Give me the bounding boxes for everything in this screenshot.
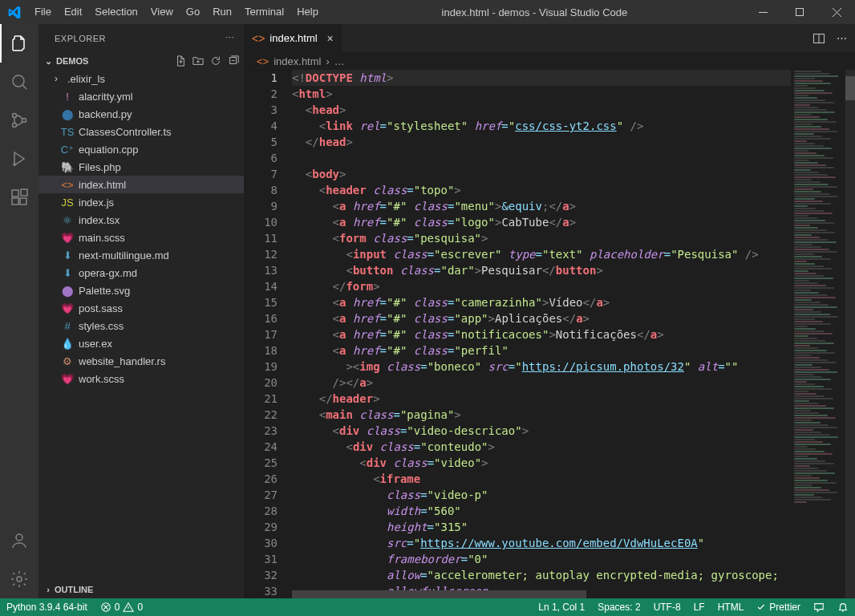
menu-file[interactable]: File bbox=[28, 0, 58, 24]
menu-terminal[interactable]: Terminal bbox=[238, 0, 290, 24]
file-name-label: next-multilingue.md bbox=[79, 249, 169, 261]
split-editor-icon[interactable] bbox=[812, 32, 825, 45]
horizontal-scrollbar[interactable] bbox=[292, 590, 783, 598]
menu-go[interactable]: Go bbox=[180, 0, 206, 24]
file-name-label: website_handler.rs bbox=[79, 355, 165, 367]
activity-explorer[interactable] bbox=[0, 24, 38, 63]
tree-item[interactable]: 💗work.scss bbox=[38, 370, 244, 387]
file-name-label: index.js bbox=[79, 197, 114, 209]
tree-item[interactable]: 💗main.scss bbox=[38, 229, 244, 246]
tree-item[interactable]: C⁺equation.cpp bbox=[38, 140, 244, 158]
menu-edit[interactable]: Edit bbox=[58, 0, 88, 24]
window-title: index.html - demos - Visual Studio Code bbox=[325, 6, 744, 18]
file-name-label: index.tsx bbox=[79, 214, 120, 226]
file-name-label: backend.py bbox=[79, 108, 132, 120]
code-area[interactable]: 1234567891011121314151617181920212223242… bbox=[244, 70, 855, 598]
tree-item[interactable]: ›.elixir_ls bbox=[38, 70, 244, 87]
menu-run[interactable]: Run bbox=[206, 0, 238, 24]
activity-extensions[interactable] bbox=[0, 178, 38, 217]
file-icon: JS bbox=[61, 197, 74, 209]
refresh-icon[interactable] bbox=[210, 55, 221, 67]
editor-actions: ⋯ bbox=[804, 24, 855, 52]
status-python[interactable]: Python 3.9.4 64-bit bbox=[0, 602, 94, 613]
file-icon: 🐘 bbox=[61, 161, 74, 173]
activity-manage[interactable] bbox=[0, 560, 38, 598]
file-icon: 💗 bbox=[61, 302, 74, 314]
minimize-button[interactable] bbox=[744, 0, 781, 24]
file-icon: # bbox=[61, 320, 74, 332]
tree-item[interactable]: ⬇opera-gx.md bbox=[38, 264, 244, 282]
editor-more-icon[interactable]: ⋯ bbox=[837, 32, 847, 44]
svg-rect-7 bbox=[12, 190, 18, 197]
file-icon: ⬤ bbox=[61, 108, 74, 120]
tree-item[interactable]: !alacritty.yml bbox=[38, 87, 244, 105]
project-section-header[interactable]: ⌄ DEMOS bbox=[38, 52, 244, 70]
activity-run[interactable] bbox=[0, 140, 38, 178]
status-eol[interactable]: LF bbox=[687, 602, 711, 613]
menubar: File Edit Selection View Go Run Terminal… bbox=[28, 0, 325, 24]
outline-label: OUTLINE bbox=[55, 585, 93, 594]
menu-help[interactable]: Help bbox=[290, 0, 325, 24]
breadcrumb-file[interactable]: index.html bbox=[274, 55, 321, 67]
tab-index-html[interactable]: <> index.html × bbox=[244, 24, 342, 52]
horizontal-scrollbar-thumb[interactable] bbox=[292, 590, 586, 598]
file-name-label: work.scss bbox=[79, 373, 124, 385]
collapse-all-icon[interactable] bbox=[228, 55, 239, 67]
file-icon: 💗 bbox=[61, 373, 74, 385]
tree-item[interactable]: JSindex.js bbox=[38, 193, 244, 211]
svg-point-11 bbox=[16, 534, 22, 541]
close-button[interactable] bbox=[818, 0, 855, 24]
menu-selection[interactable]: Selection bbox=[88, 0, 144, 24]
tree-item[interactable]: ⬤backend.py bbox=[38, 105, 244, 123]
chevron-down-icon: ⌄ bbox=[42, 56, 55, 67]
statusbar: Python 3.9.4 64-bit 0 0 Ln 1, Col 1 Spac… bbox=[0, 598, 855, 616]
status-error-count: 0 bbox=[115, 602, 120, 613]
activity-accounts[interactable] bbox=[0, 521, 38, 560]
svg-rect-8 bbox=[12, 198, 18, 205]
minimap[interactable] bbox=[791, 70, 855, 598]
status-cursor[interactable]: Ln 1, Col 1 bbox=[532, 602, 591, 613]
tree-item[interactable]: #styles.css bbox=[38, 317, 244, 334]
svg-rect-9 bbox=[20, 198, 26, 205]
explorer-more-icon[interactable]: ⋯ bbox=[225, 33, 235, 43]
sidebar-title: EXPLORER ⋯ bbox=[38, 24, 244, 52]
file-icon: 💗 bbox=[61, 232, 74, 244]
activity-scm[interactable] bbox=[0, 101, 38, 140]
new-folder-icon[interactable] bbox=[192, 55, 204, 67]
tree-item[interactable]: TSClassesController.ts bbox=[38, 123, 244, 140]
tree-item[interactable]: ⚙website_handler.rs bbox=[38, 352, 244, 370]
tree-item[interactable]: ⬇next-multilingue.md bbox=[38, 246, 244, 264]
scrollbar-thumb[interactable] bbox=[845, 76, 855, 100]
file-tree[interactable]: ›.elixir_ls!alacritty.yml⬤backend.pyTSCl… bbox=[38, 70, 244, 581]
svg-rect-0 bbox=[759, 12, 768, 13]
tree-item[interactable]: 💗post.sass bbox=[38, 299, 244, 317]
tree-item[interactable]: ⬤Palette.svg bbox=[38, 282, 244, 299]
svg-point-3 bbox=[13, 114, 17, 118]
new-file-icon[interactable] bbox=[175, 55, 186, 67]
tree-item[interactable]: ⚛index.tsx bbox=[38, 211, 244, 229]
code-content[interactable]: <!DOCTYPE html><html> <head> <link rel="… bbox=[292, 70, 791, 598]
status-bell-icon[interactable] bbox=[831, 602, 855, 613]
file-icon: ! bbox=[61, 91, 74, 103]
outline-section-header[interactable]: › OUTLINE bbox=[38, 581, 244, 598]
status-problems[interactable]: 0 0 bbox=[94, 602, 149, 613]
tree-item[interactable]: 🐘Files.php bbox=[38, 158, 244, 176]
tree-item[interactable]: 💧user.ex bbox=[38, 334, 244, 352]
file-icon: ⬇ bbox=[61, 249, 74, 261]
breadcrumbs[interactable]: <> index.html › … bbox=[244, 52, 855, 70]
breadcrumb-more[interactable]: … bbox=[334, 55, 345, 67]
status-language[interactable]: HTML bbox=[711, 602, 751, 613]
titlebar: File Edit Selection View Go Run Terminal… bbox=[0, 0, 855, 24]
tree-item[interactable]: <>index.html bbox=[38, 176, 244, 193]
tab-close-icon[interactable]: × bbox=[327, 32, 334, 45]
activity-search[interactable] bbox=[0, 63, 38, 101]
status-feedback-icon[interactable] bbox=[807, 602, 831, 613]
scrollbar-track[interactable] bbox=[845, 70, 855, 598]
menu-view[interactable]: View bbox=[144, 0, 180, 24]
chevron-right-icon: › bbox=[42, 585, 55, 594]
svg-point-4 bbox=[13, 124, 17, 128]
status-encoding[interactable]: UTF-8 bbox=[647, 602, 687, 613]
status-prettier[interactable]: Prettier bbox=[750, 602, 807, 613]
status-indent[interactable]: Spaces: 2 bbox=[591, 602, 646, 613]
maximize-button[interactable] bbox=[781, 0, 818, 24]
